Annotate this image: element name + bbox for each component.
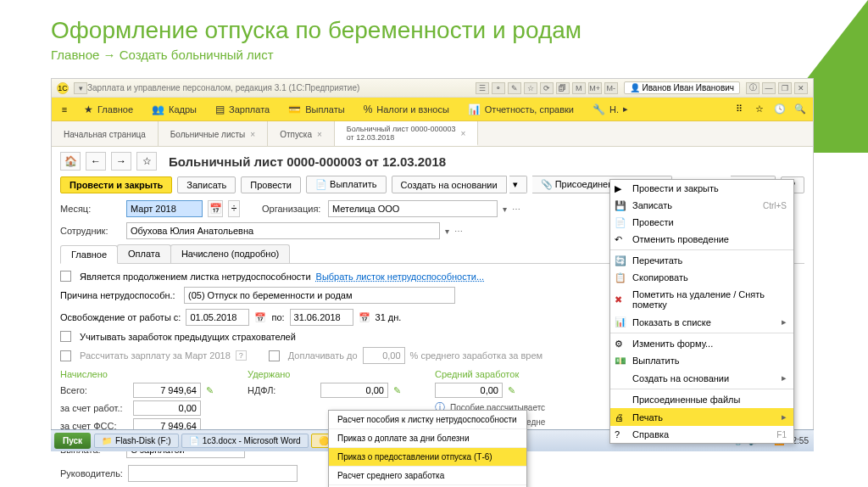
menu-payments[interactable]: 💳Выплаты bbox=[280, 100, 353, 119]
supplement-checkbox[interactable] bbox=[269, 350, 280, 361]
tab-start-page[interactable]: Начальная страница bbox=[52, 121, 159, 146]
minimize-button[interactable]: — bbox=[762, 82, 776, 94]
user-badge[interactable]: 👤 Иванов Иван Иванович bbox=[624, 81, 740, 94]
absence-from-label: Освобождение от работы с: bbox=[60, 312, 181, 322]
close-icon[interactable]: × bbox=[317, 130, 322, 139]
month-calendar-icon[interactable]: 📅 bbox=[208, 200, 223, 217]
absence-from-input[interactable] bbox=[186, 309, 249, 326]
month-input[interactable] bbox=[126, 200, 203, 217]
sm-supplement-order[interactable]: Приказ о доплате за дни болезни bbox=[329, 429, 526, 448]
supplement-input[interactable] bbox=[363, 347, 405, 364]
cm-copy[interactable]: 📋Скопировать bbox=[610, 269, 793, 286]
cm-create-based[interactable]: Создать на основании▸ bbox=[610, 369, 793, 387]
sm-benefit-calc[interactable]: Расчет пособия к листку нетрудоспособнос… bbox=[329, 411, 526, 429]
menu-search-icon[interactable]: 🔍 bbox=[791, 100, 810, 119]
cm-pay[interactable]: 💵Выплатить bbox=[610, 352, 793, 369]
info-icon[interactable]: ⓘ bbox=[746, 82, 760, 94]
window-title: Зарплата и управление персоналом, редакц… bbox=[87, 83, 476, 92]
cm-post[interactable]: 📄Провести bbox=[610, 214, 793, 231]
calc-mminus[interactable]: M- bbox=[604, 82, 618, 94]
reason-label: Причина нетрудоспособн.: bbox=[60, 290, 179, 300]
cm-show-in-list[interactable]: 📊Показать в списке▸ bbox=[610, 313, 793, 331]
prev-insurers-checkbox[interactable] bbox=[60, 331, 71, 342]
avg-input[interactable] bbox=[435, 383, 503, 398]
menu-settings[interactable]: 🔧Н.▸ bbox=[584, 100, 637, 119]
menu-reports[interactable]: 📊Отчетность, справки bbox=[459, 100, 582, 119]
select-sheet-link[interactable]: Выбрать листок нетрудоспособности... bbox=[316, 271, 485, 282]
cm-mark-delete[interactable]: ✖Пометить на удаление / Снять пометку bbox=[610, 286, 793, 313]
cm-help[interactable]: ?СправкаF1 bbox=[610, 426, 793, 443]
pay-button[interactable]: 📄 Выплатить bbox=[306, 176, 387, 193]
subtab-payment[interactable]: Оплата bbox=[117, 244, 171, 263]
employee-input[interactable] bbox=[126, 222, 440, 239]
tb-tool-4[interactable]: ☆ bbox=[524, 82, 537, 94]
tb-tool-6[interactable]: 🗐 bbox=[556, 82, 570, 94]
favorite-button[interactable]: ☆ bbox=[136, 152, 157, 171]
menu-main[interactable]: ★Главное bbox=[75, 100, 142, 119]
menu-history-icon[interactable]: 🕓 bbox=[771, 100, 789, 119]
ndfl-input[interactable] bbox=[320, 383, 388, 398]
close-icon[interactable]: × bbox=[461, 129, 466, 138]
calendar-icon[interactable]: 📅 bbox=[254, 312, 266, 323]
subtab-accrued[interactable]: Начислено (подробно) bbox=[170, 244, 290, 263]
total-input[interactable] bbox=[133, 383, 201, 398]
sm-avg-calc[interactable]: Расчет среднего заработка bbox=[329, 467, 526, 485]
edit-icon[interactable]: ✎ bbox=[206, 385, 214, 396]
document-area: 🏠 ← → ☆ Больничный лист 0000-000003 от 1… bbox=[52, 147, 813, 434]
edit-icon[interactable]: ✎ bbox=[508, 385, 515, 396]
cm-attached[interactable]: Присоединенные файлы bbox=[610, 391, 793, 408]
maximize-button[interactable]: ❐ bbox=[778, 82, 792, 94]
subtab-main[interactable]: Главное bbox=[60, 245, 118, 264]
sm-vacation-order-t6[interactable]: Приказ о предоставлении отпуска (Т-6) bbox=[329, 448, 526, 467]
reason-input[interactable] bbox=[184, 287, 455, 304]
close-icon[interactable]: × bbox=[250, 130, 255, 139]
home-button[interactable]: 🏠 bbox=[60, 152, 81, 171]
calc-mplus[interactable]: M+ bbox=[588, 82, 602, 94]
tb-tool-3[interactable]: ✎ bbox=[508, 82, 521, 94]
org-input[interactable] bbox=[328, 200, 498, 217]
menu-personnel[interactable]: 👥Кадры bbox=[143, 100, 205, 119]
tab-vacations[interactable]: Отпуска× bbox=[268, 121, 335, 146]
avg-header: Средний заработок bbox=[435, 369, 545, 379]
post-and-close-button[interactable]: Провести и закрыть bbox=[60, 176, 172, 193]
cm-unpost[interactable]: ↶Отменить проведение bbox=[610, 231, 793, 248]
by-employer-label: за счет работ.: bbox=[60, 403, 128, 413]
tab-sick-lists[interactable]: Больничные листы× bbox=[159, 121, 268, 146]
month-stepper[interactable]: ÷ bbox=[228, 200, 240, 217]
taskbar-flash-disk[interactable]: 📁 Flash-Disk (F:) bbox=[94, 434, 179, 448]
cm-print[interactable]: 🖨Печать▸ bbox=[610, 408, 793, 426]
calc-salary-checkbox[interactable] bbox=[60, 350, 71, 361]
start-button[interactable]: Пуск bbox=[54, 433, 91, 449]
by-employer-input[interactable] bbox=[133, 400, 201, 416]
calc-m[interactable]: M bbox=[572, 82, 586, 94]
cm-edit-form[interactable]: ⚙Изменить форму... bbox=[610, 335, 793, 352]
create-based-button[interactable]: Создать на основании bbox=[392, 176, 507, 193]
write-button[interactable]: Записать bbox=[177, 176, 236, 193]
absence-to-input[interactable] bbox=[290, 309, 353, 326]
create-based-dropdown[interactable]: ▾ bbox=[509, 176, 527, 193]
forward-button[interactable]: → bbox=[111, 152, 131, 171]
continuation-checkbox[interactable] bbox=[60, 271, 71, 282]
menu-salary[interactable]: ▤Зарплата bbox=[207, 100, 278, 119]
cm-reread[interactable]: 🔄Перечитать bbox=[610, 252, 793, 269]
edit-icon[interactable]: ✎ bbox=[393, 385, 401, 396]
menu-taxes[interactable]: %Налоги и взносы bbox=[355, 100, 458, 119]
dropdown-icon[interactable]: ▾ bbox=[74, 82, 87, 94]
menu-star-icon[interactable]: ☆ bbox=[750, 100, 769, 119]
tab-sick-leave-doc[interactable]: Больничный лист 0000-000003от 12.03.2018… bbox=[335, 121, 479, 146]
manager-input[interactable] bbox=[128, 465, 298, 482]
post-button[interactable]: Провести bbox=[241, 176, 301, 193]
back-button[interactable]: ← bbox=[86, 152, 106, 171]
cm-post-close[interactable]: ▶Провести и закрыть bbox=[610, 180, 793, 197]
taskbar-word-doc[interactable]: 📄 1с3.docx - Microsoft Word bbox=[181, 434, 309, 448]
total-label: Всего: bbox=[60, 385, 128, 395]
cm-write[interactable]: 💾ЗаписатьCtrl+S bbox=[610, 197, 793, 214]
days-count: 31 дн. bbox=[376, 312, 402, 322]
calendar-icon[interactable]: 📅 bbox=[359, 312, 370, 323]
menu-grid-icon[interactable]: ⠿ bbox=[730, 100, 748, 119]
close-button[interactable]: ✕ bbox=[794, 82, 808, 94]
tb-tool-5[interactable]: ⟳ bbox=[540, 82, 554, 94]
tb-tool-2[interactable]: ⚬ bbox=[492, 82, 505, 94]
menu-hamburger-icon[interactable]: ≡ bbox=[55, 100, 74, 119]
tb-tool-1[interactable]: ☰ bbox=[476, 82, 489, 94]
